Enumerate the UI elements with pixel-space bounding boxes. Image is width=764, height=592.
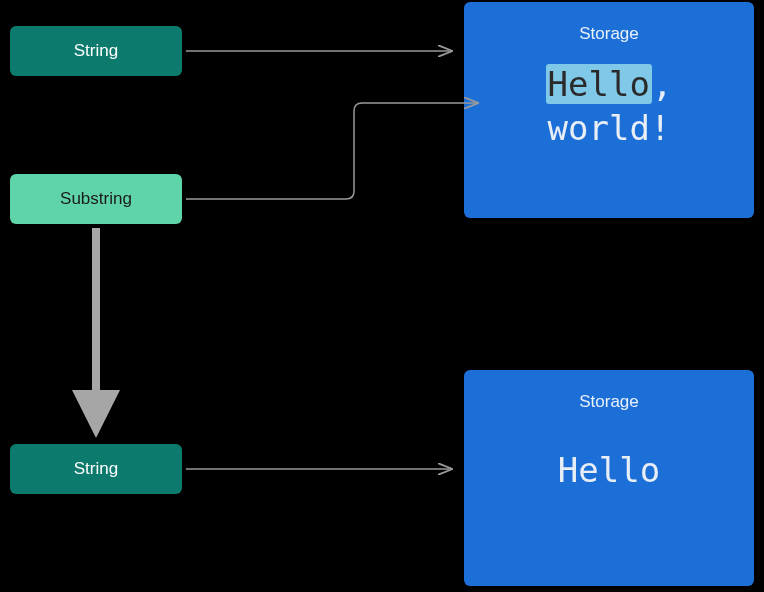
storage-shared-label: Storage (579, 24, 639, 44)
storage-box-copy: Storage Hello (464, 370, 754, 586)
string-result-box: String (10, 444, 182, 494)
substring-label: Substring (60, 189, 132, 209)
string-result-label: String (74, 459, 118, 479)
storage-line2: world! (548, 108, 671, 148)
substring-box: Substring (10, 174, 182, 224)
string-source-label: String (74, 41, 118, 61)
storage-copy-label: Storage (579, 392, 639, 412)
storage-box-shared: Storage Hello, world! (464, 2, 754, 218)
storage-rest-line1: , (652, 64, 672, 104)
arrow-substring-to-highlight (186, 103, 477, 199)
storage-copy-content: Hello (558, 448, 660, 492)
string-source-box: String (10, 26, 182, 76)
highlighted-substring: Hello (546, 64, 652, 104)
storage-shared-content: Hello, world! (546, 62, 673, 150)
